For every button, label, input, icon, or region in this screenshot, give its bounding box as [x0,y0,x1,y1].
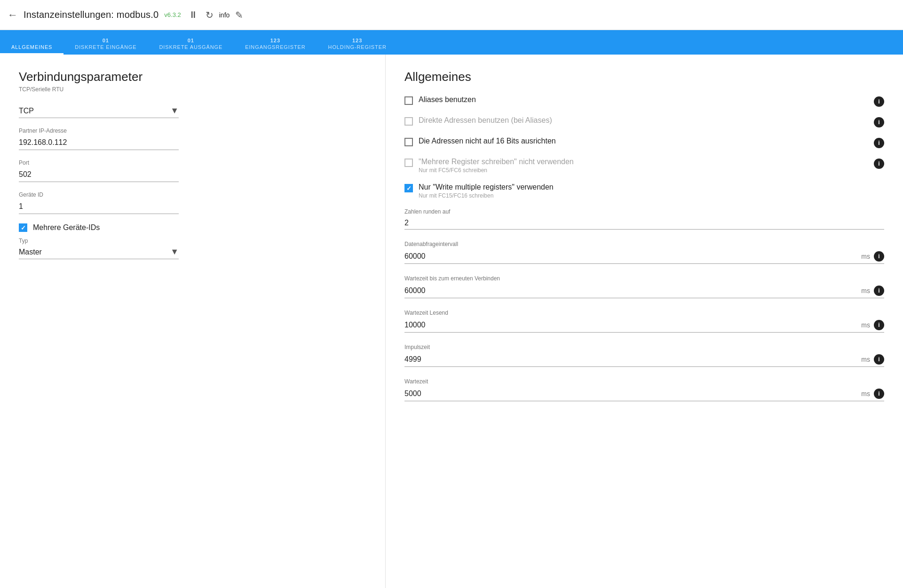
input-impulszeit-unit: ms [861,356,870,363]
page-title: Instanzeinstellungen: modbus.0 [24,9,158,20]
right-section-title: Allgemeines [404,70,884,84]
refresh-button[interactable]: ↻ [204,8,215,23]
input-wartezeit-verbinden-label: Wartezeit bis zum erneuten Verbinden [404,275,500,282]
input-wartezeit-verbinden-row: Wartezeit bis zum erneuten Verbinden 600… [404,275,884,298]
input-impulszeit-info-icon[interactable]: i [874,354,884,365]
option-aliases-checkbox[interactable] [404,96,413,105]
input-datenabfrageintervall-info-icon[interactable]: i [874,251,884,262]
input-wartezeit-lesend-value: 10000 [404,321,857,329]
tab-diskrete-ausgaenge[interactable]: 01 DISKRETE AUSGÄNGE [148,30,234,55]
option-aliases-label: Aliases benutzen [419,95,868,104]
option-direkte-adressen-info-icon[interactable]: i [874,117,884,127]
input-zahlen-runden-field[interactable]: 2 [404,217,884,230]
input-wartezeit-row: Wartezeit 5000 ms i [404,378,884,401]
mehrere-geraete-label: Mehrere Geräte-IDs [33,223,100,232]
typ-dropdown[interactable]: Master ▼ [19,245,179,259]
partner-ip-group: Partner IP-Adresse 192.168.0.112 [19,127,179,150]
input-wartezeit-value: 5000 [404,389,857,398]
tab-diskrete-eingaenge-badge: 01 [103,38,109,43]
typ-group: Typ Master ▼ [19,238,179,259]
tab-eingangsregister-badge: 123 [270,38,280,43]
connection-type-group: TCP ▼ [19,104,179,118]
left-panel: Verbindungsparameter TCP/Serielle RTU TC… [0,55,386,588]
connection-type-dropdown[interactable]: TCP ▼ [19,104,179,118]
input-wartezeit-lesend-info-icon[interactable]: i [874,320,884,330]
tab-diskrete-eingaenge[interactable]: 01 DISKRETE EINGÄNGE [63,30,148,55]
option-adressen-16bits-text: Die Adressen nicht auf 16 Bits ausrichte… [419,137,868,145]
tab-eingangsregister[interactable]: 123 EINGANGSREGISTER [234,30,317,55]
edit-button[interactable]: ✎ [233,8,245,23]
input-wartezeit-verbinden-info-icon[interactable]: i [874,286,884,296]
option-write-multiple-row: ✓ Nur "Write multiple registers" verwend… [404,183,884,199]
mehrere-geraete-checkbox[interactable]: ✓ [19,223,27,232]
back-button[interactable]: ← [8,9,18,21]
input-datenabfrageintervall-field[interactable]: 60000 ms i [404,249,884,264]
version-label: v6.3.2 [164,11,181,18]
input-zahlen-runden-value: 2 [404,219,884,227]
input-zahlen-runden-label: Zahlen runden auf [404,208,450,215]
partner-ip-value: 192.168.0.112 [19,138,67,147]
input-wartezeit-field[interactable]: 5000 ms i [404,387,884,401]
port-field[interactable]: 502 [19,167,179,182]
option-direkte-adressen-label: Direkte Adressen benutzen (bei Aliases) [419,116,868,125]
input-wartezeit-label: Wartezeit [404,378,428,385]
input-wartezeit-lesend-field[interactable]: 10000 ms i [404,318,884,333]
tab-holding-register[interactable]: 123 HOLDING-REGISTER [317,30,398,55]
input-wartezeit-verbinden-label-row: Wartezeit bis zum erneuten Verbinden [404,275,884,282]
typ-dropdown-arrow-icon: ▼ [170,247,179,257]
geraete-id-label: Geräte ID [19,191,179,198]
main-content: Verbindungsparameter TCP/Serielle RTU TC… [0,55,903,588]
input-wartezeit-verbinden-field[interactable]: 60000 ms i [404,284,884,298]
option-write-multiple-checkbox[interactable]: ✓ [404,184,413,192]
typ-label: Typ [19,238,179,244]
tab-allgemeines-label: ALLGEMEINES [11,44,52,50]
option-direkte-adressen-checkbox[interactable] [404,117,413,126]
option-mehrere-register-text: "Mehrere Register schreiben" nicht verwe… [419,158,868,174]
port-group: Port 502 [19,159,179,182]
typ-value: Master [19,248,42,256]
dropdown-arrow-icon: ▼ [170,106,179,116]
edit-icon: ✎ [235,9,243,21]
input-wartezeit-lesend-label: Wartezeit Lesend [404,310,448,316]
option-adressen-16bits-checkbox[interactable] [404,138,413,146]
input-datenabfrageintervall-value: 60000 [404,252,857,261]
mehrere-geraete-row[interactable]: ✓ Mehrere Geräte-IDs [19,223,366,232]
pause-icon: ⏸ [189,9,198,20]
input-wartezeit-lesend-row: Wartezeit Lesend 10000 ms i [404,310,884,333]
left-section-title: Verbindungsparameter [19,70,366,84]
input-wartezeit-label-row: Wartezeit [404,378,884,385]
option-aliases-info-icon[interactable]: i [874,96,884,107]
geraete-id-field[interactable]: 1 [19,199,179,214]
port-label: Port [19,159,179,166]
input-wartezeit-lesend-label-row: Wartezeit Lesend [404,310,884,316]
input-wartezeit-verbinden-value: 60000 [404,286,857,295]
option-aliases-row: Aliases benutzen i [404,95,884,107]
option-mehrere-register-checkbox[interactable] [404,159,413,167]
info-link[interactable]: info [219,11,230,19]
input-impulszeit-label-row: Impulszeit [404,344,884,350]
input-wartezeit-info-icon[interactable]: i [874,389,884,399]
option-mehrere-register-row: "Mehrere Register schreiben" nicht verwe… [404,158,884,174]
input-impulszeit-field[interactable]: 4999 ms i [404,352,884,367]
option-mehrere-register-info-icon[interactable]: i [874,159,884,169]
option-mehrere-register-sublabel: Nur mit FC5/FC6 schreiben [419,167,868,174]
partner-ip-label: Partner IP-Adresse [19,127,179,134]
option-direkte-adressen-row: Direkte Adressen benutzen (bei Aliases) … [404,116,884,127]
write-multiple-check-icon: ✓ [406,185,412,192]
partner-ip-field[interactable]: 192.168.0.112 [19,135,179,150]
input-wartezeit-unit: ms [861,390,870,397]
option-mehrere-register-label: "Mehrere Register schreiben" nicht verwe… [419,158,868,166]
tab-allgemeines[interactable]: ALLGEMEINES [0,30,63,55]
input-zahlen-runden-label-row: Zahlen runden auf [404,208,884,215]
option-adressen-16bits-info-icon[interactable]: i [874,138,884,148]
right-panel: Allgemeines Aliases benutzen i Direkte A… [386,55,903,588]
input-datenabfrageintervall-label-row: Datenabfrageintervall [404,241,884,247]
checkbox-check-icon: ✓ [21,224,26,231]
header: ← Instanzeinstellungen: modbus.0 v6.3.2 … [0,0,903,30]
input-datenabfrageintervall-unit: ms [861,253,870,260]
pause-button[interactable]: ⏸ [187,8,200,22]
input-impulszeit-row: Impulszeit 4999 ms i [404,344,884,367]
option-aliases-text: Aliases benutzen [419,95,868,104]
input-datenabfrageintervall-row: Datenabfrageintervall 60000 ms i [404,241,884,264]
input-impulszeit-label: Impulszeit [404,344,430,350]
